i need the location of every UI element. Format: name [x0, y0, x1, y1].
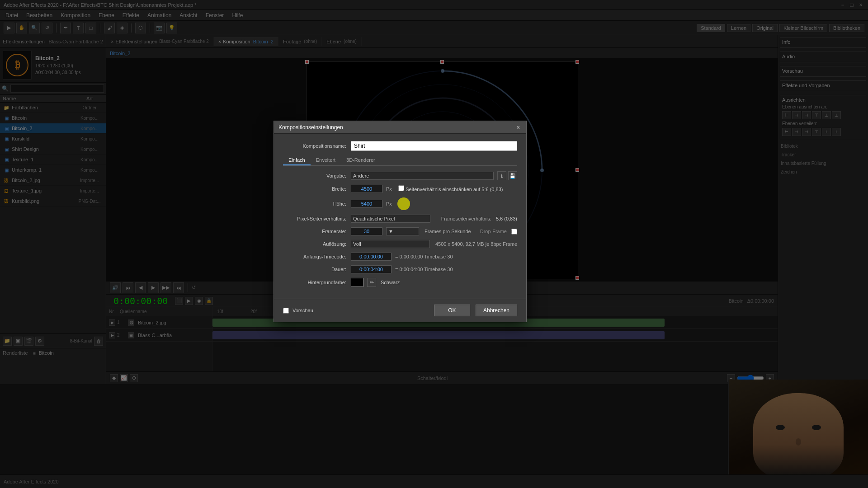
dialog-tabs: Einfach Erweitert 3D-Renderer [283, 155, 517, 166]
cancel-button[interactable]: Abbrechen [476, 305, 517, 316]
duration-computed: = 0:00:04:00 Timebase 30 [395, 267, 453, 272]
pixel-aspect-field: Quadratische Pixel Frameseitenverhältnis… [351, 215, 517, 223]
form-row-height: Höhe: Px [283, 197, 517, 210]
comp-name-label: Kompositionsname: [283, 143, 351, 149]
tab-3d-renderer[interactable]: 3D-Renderer [341, 155, 381, 165]
comp-name-input[interactable] [351, 141, 517, 151]
dialog-title: Kompositionseinstellungen [278, 124, 343, 131]
preview-checkbox-label: Vorschau [292, 308, 313, 313]
width-label: Breite: [283, 186, 351, 192]
form-row-resolution: Auflösung: Voll Halb Drittel Viertel 450… [283, 240, 517, 248]
duration-label: Dauer: [283, 267, 351, 272]
pixel-aspect-select[interactable]: Quadratische Pixel [351, 215, 430, 223]
aspect-constraint-row: Seitenverhältnis einschränken auf 5:6 (0… [398, 185, 503, 192]
dialog-footer: Vorschau OK Abbrechen [274, 299, 526, 322]
bg-color-picker-btn[interactable]: ✏ [367, 278, 376, 287]
form-row-start-timecode: Anfangs-Timecode: = 0:00:00:00 Timebase … [283, 253, 517, 261]
width-unit: Px [386, 186, 392, 192]
form-row-preset: Vorgabe: Andere HDTV 1080 25 HDTV 1080 3… [283, 171, 517, 180]
framerate-input[interactable] [351, 227, 382, 235]
frame-aspect-value: 5:6 (0,83) [496, 216, 517, 221]
preview-checkbox-row: Vorschau [283, 305, 313, 316]
framerate-select[interactable]: ▼ [386, 227, 419, 235]
bg-color-label: Hintergrundfarbe: [283, 280, 351, 285]
preset-select[interactable]: Andere HDTV 1080 25 HDTV 1080 30 [351, 172, 494, 180]
dialog-body: Kompositionsname: Einfach Erweitert 3D-R… [274, 134, 526, 299]
resolution-label: Auflösung: [283, 241, 351, 247]
fps-label: Frames pro Sekunde [425, 229, 471, 234]
form-row-duration: Dauer: = 0:00:04:00 Timebase 30 [283, 265, 517, 273]
preview-checkbox[interactable] [283, 308, 289, 314]
dialog-titlebar: Kompositionseinstellungen × [274, 121, 526, 134]
aspect-constraint-label: Seitenverhältnis einschränken auf 5:6 (0… [406, 187, 503, 192]
framerate-label: Framerate: [283, 229, 351, 234]
aspect-constraint-checkbox[interactable] [398, 185, 404, 191]
form-row-width: Breite: Px Seitenverhältnis einschränken… [283, 185, 517, 193]
dropframe-checkbox[interactable] [511, 229, 517, 235]
ok-button[interactable]: OK [434, 305, 470, 316]
resolution-field: Voll Halb Drittel Viertel 4500 x 5400, 9… [351, 240, 517, 248]
dialog-close-button[interactable]: × [514, 124, 522, 131]
preset-save-btn[interactable]: 💾 [508, 171, 517, 180]
pixel-aspect-label: Pixel-Seitenverhältnis: [283, 216, 351, 221]
tab-einfach[interactable]: Einfach [283, 155, 311, 165]
comp-name-field [351, 141, 517, 151]
form-row-framerate: Framerate: ▼ Frames pro Sekunde Drop-Fra… [283, 227, 517, 235]
start-timecode-label: Anfangs-Timecode: [283, 254, 351, 259]
start-timecode-computed: = 0:00:00:00 Timebase 30 [395, 254, 453, 259]
preset-field: Andere HDTV 1080 25 HDTV 1080 30 ℹ 💾 [351, 171, 517, 180]
bg-color-name: Schwarz [381, 280, 400, 285]
bg-color-field: ✏ Schwarz [351, 278, 517, 287]
height-unit: Px [386, 201, 392, 206]
bg-color-swatch[interactable] [351, 278, 363, 287]
height-field: Px [351, 197, 517, 210]
duration-input[interactable] [351, 265, 392, 273]
start-timecode-field: = 0:00:00:00 Timebase 30 [351, 253, 517, 261]
tab-erweitert[interactable]: Erweitert [311, 155, 341, 165]
resolution-computed: 4500 x 5400, 92,7 MB je 8bpc Frame [435, 241, 517, 247]
start-timecode-input[interactable] [351, 253, 392, 261]
framerate-field: ▼ Frames pro Sekunde Drop-Frame [351, 227, 517, 235]
width-field: Px Seitenverhältnis einschränken auf 5:6… [351, 185, 517, 193]
preset-label: Vorgabe: [283, 173, 351, 178]
frame-aspect-label: Frameseitenverhältnis: [441, 216, 491, 221]
cursor-indicator [397, 197, 410, 210]
height-input[interactable] [351, 200, 382, 208]
form-row-bg-color: Hintergrundfarbe: ✏ Schwarz [283, 278, 517, 287]
form-row-comp-name: Kompositionsname: [283, 141, 517, 151]
form-row-pixel-aspect: Pixel-Seitenverhältnis: Quadratische Pix… [283, 215, 517, 223]
dialog-overlay: Kompositionseinstellungen × Kompositions… [0, 0, 868, 488]
composition-settings-dialog: Kompositionseinstellungen × Kompositions… [274, 121, 527, 322]
dropframe-label: Drop-Frame [480, 229, 507, 234]
resolution-select[interactable]: Voll Halb Drittel Viertel [351, 240, 430, 248]
height-label: Höhe: [283, 201, 351, 206]
width-input[interactable] [351, 185, 382, 193]
duration-field: = 0:00:04:00 Timebase 30 [351, 265, 517, 273]
preset-info-btn[interactable]: ℹ [497, 171, 506, 180]
